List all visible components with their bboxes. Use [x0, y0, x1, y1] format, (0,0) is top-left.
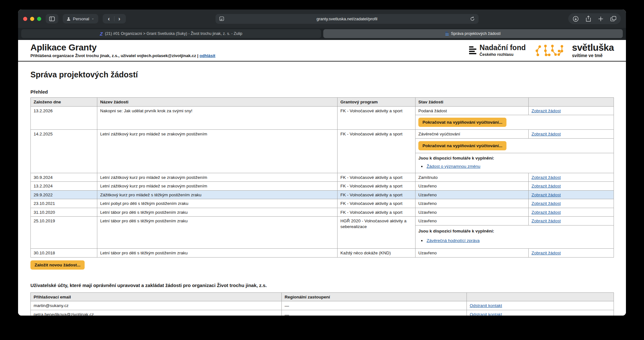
cell-name: Letní pobyt pro děti s těžkým postižením… — [97, 199, 338, 208]
form-link[interactable]: Žádost o významnou změnu — [427, 164, 480, 169]
svitime-ve-tme-text: svítíme ve tmě — [572, 53, 614, 58]
close-window-button[interactable] — [23, 17, 27, 21]
cell-account-actions: Odstranit kontakt — [467, 310, 614, 316]
cell-name: Letní zážitkový kurz pro mládež se zrako… — [97, 182, 338, 191]
cell-date: 30.9.2024 — [31, 173, 97, 182]
cell-status: Uzavřeno — [415, 182, 529, 191]
tab-overview-icon[interactable] — [610, 16, 616, 22]
address-bar[interactable]: granty.svetluska.net/zadatel/profil — [216, 14, 479, 24]
table-row: 14.2.2025 Letní zážitkový kurz pro mláde… — [31, 130, 614, 139]
cell-actions: Zobrazit žádost — [529, 106, 614, 115]
cell-program: FK - Volnočasové aktivity a sport — [338, 106, 415, 130]
table-row: 31.10.2020 Letní tábor pro děti s těžkým… — [31, 208, 614, 217]
reload-icon[interactable] — [470, 16, 475, 21]
back-button[interactable]: ‹ — [104, 14, 114, 23]
remove-contact-link[interactable]: Odstranit kontakt — [470, 312, 502, 316]
view-application-link[interactable]: Zobrazit žádost — [531, 251, 561, 255]
applications-header-row: Založeno dne Název žádosti Grantový prog… — [31, 98, 614, 107]
cell-name: Zážitkový kurz pro mládež s těžkým posti… — [97, 190, 338, 199]
page-content: Správa projektových žádostí Přehled Zalo… — [18, 70, 626, 316]
new-tab-icon[interactable] — [598, 16, 603, 22]
continue-accounting-button[interactable]: Pokračovat na vyplňování vyúčtování... — [418, 141, 506, 150]
cell-date: 13.2.2024 — [31, 182, 97, 191]
browser-window: Personal ⌄ ‹ › granty.svetluska.net/zada… — [18, 10, 626, 316]
cell-email: petra.benedikova@zivotjinak.cz — [31, 310, 282, 316]
view-application-link[interactable]: Zobrazit žádost — [531, 175, 561, 180]
profile-switcher[interactable]: Personal ⌄ — [63, 14, 98, 23]
ceskeho-rozhlasu-text: Českého rozhlasu — [480, 52, 526, 57]
continue-accounting-button[interactable]: Pokračovat na vyplňování vyúčtování... — [418, 118, 506, 127]
downloads-icon[interactable] — [573, 16, 579, 22]
browser-toolbar: Personal ⌄ ‹ › granty.svetluska.net/zada… — [18, 10, 626, 28]
forms-available-label: Jsou k dispozici fomuláře k vyplnění: — [418, 228, 611, 234]
cell-program: FK - Volnočasové aktivity a sport — [338, 208, 415, 217]
cell-date: 31.10.2020 — [31, 208, 97, 217]
view-application-link[interactable]: Zobrazit žádost — [531, 201, 561, 206]
svetluska-logo: světluška svítíme ve tmě — [534, 43, 614, 58]
view-application-link[interactable]: Zobrazit žádost — [531, 193, 561, 197]
cell-actions: Zobrazit žádost — [529, 208, 614, 217]
toolbar-actions — [568, 13, 621, 24]
cell-status: Uzavřeno — [415, 199, 529, 208]
sidebar-toggle-button[interactable] — [46, 14, 58, 23]
view-application-link[interactable]: Zobrazit žádost — [531, 219, 561, 223]
new-application-button[interactable]: Založit novou žádost... — [30, 260, 85, 270]
zoom-window-button[interactable] — [37, 17, 41, 21]
view-application-link[interactable]: Zobrazit žádost — [531, 210, 561, 215]
form-link[interactable]: Závěrečná hodnotící zpráva — [427, 238, 480, 243]
list-item: Žádost o významnou změnu — [426, 164, 611, 169]
col-account-actions — [467, 292, 614, 301]
cesky-rozhlas-bars-icon — [469, 46, 476, 54]
svetluska-dots-icon — [534, 43, 567, 58]
cell-program: FK - Volnočasové aktivity a sport — [338, 199, 415, 208]
site-header: Aplikace Granty Přihlášená organizace Ži… — [18, 40, 626, 62]
overview-label: Přehled — [30, 89, 614, 95]
cell-actions: Zobrazit žádost — [529, 130, 614, 139]
tab-granty-label: Správa projektových žádostí — [451, 31, 501, 36]
cell-program: FK - Volnočasové aktivity a sport — [338, 130, 415, 173]
web-page: Aplikace Granty Přihlášená organizace Ži… — [18, 40, 626, 316]
cell-date: 30.10.2018 — [31, 249, 97, 258]
cell-name: Nakopni se: Jak udělat prvník krok za sv… — [97, 106, 338, 130]
window-controls — [23, 17, 41, 21]
forms-available-label: Jsou k dispozici fomuláře k vyplnění: — [418, 155, 611, 161]
nadacni-fond-text: Nadační fond — [480, 44, 526, 51]
zulip-icon: Z — [100, 31, 103, 36]
tab-granty-active[interactable]: Správa projektových žádostí — [323, 29, 623, 38]
cell-date: 29.9.2022 — [31, 190, 97, 199]
cell-name: Letní zážitkový kurz pro mládež se zrako… — [97, 173, 338, 182]
cell-date: 25.10.2019 — [31, 217, 97, 249]
tab-zulip[interactable]: Z (21) #01 Organizacni > Grant Svetluska… — [21, 29, 321, 38]
profile-label: Personal — [73, 16, 89, 21]
view-application-link[interactable]: Zobrazit žádost — [531, 108, 561, 113]
cell-email: martin@sukany.cz — [31, 301, 282, 310]
cell-actions: Zobrazit žádost — [529, 173, 614, 182]
granty-favicon — [445, 32, 449, 36]
cell-name: Letní tábor pro děti s těžkým postižením… — [97, 217, 338, 249]
accounts-header-row: Přihlašovací email Regionální zastoupení — [31, 292, 614, 301]
forward-button[interactable]: › — [114, 14, 125, 23]
cell-actions: Zobrazit žádost — [529, 190, 614, 199]
cell-name: Letní tábor pro děti s těžkým postižením… — [97, 208, 338, 217]
cell-actions: Zobrazit žádost — [529, 199, 614, 208]
table-row: 13.2.2026 Nakopni se: Jak udělat prvník … — [31, 106, 614, 115]
page-title: Správa projektových žádostí — [30, 70, 614, 79]
table-row-highlighted[interactable]: 29.9.2022 Zážitkový kurz pro mládež s tě… — [31, 190, 614, 199]
minimize-window-button[interactable] — [30, 17, 34, 21]
share-icon[interactable] — [586, 16, 591, 22]
cell-date: 14.2.2025 — [31, 130, 97, 173]
logos: Nadační fond Českého rozhlasu — [469, 43, 614, 58]
logout-link[interactable]: odhlásit — [200, 53, 216, 58]
table-row: petra.benedikova@zivotjinak.cz — Odstran… — [31, 310, 614, 316]
cell-date: 13.2.2026 — [31, 106, 97, 130]
cell-name: Letní tábor pro děti s těžkým postižením… — [97, 249, 338, 258]
col-name: Název žádosti — [97, 98, 338, 107]
view-application-link[interactable]: Zobrazit žádost — [531, 184, 561, 188]
table-row: 30.10.2018 Letní tábor pro děti s těžkým… — [31, 249, 614, 258]
view-application-link[interactable]: Zobrazit žádost — [531, 132, 561, 136]
login-info: Přihlášená organizace Život trochu jinak… — [30, 53, 215, 58]
col-date: Založeno dne — [31, 98, 97, 107]
col-status: Stav žádosti — [415, 98, 529, 107]
cell-status: Uzavřeno — [415, 208, 529, 217]
remove-contact-link[interactable]: Odstranit kontakt — [470, 303, 502, 308]
